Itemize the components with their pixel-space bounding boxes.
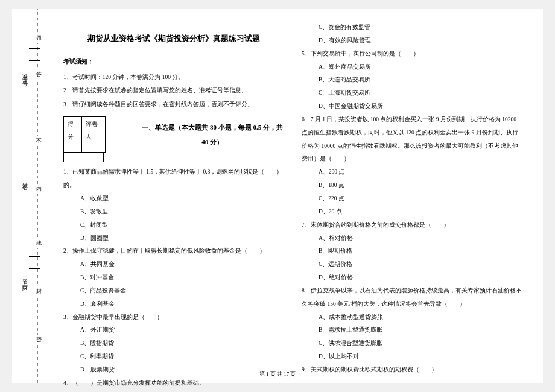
option: B、需求拉上型通货膨胀 — [302, 324, 522, 337]
option: A、郑州商品交易所 — [302, 61, 522, 74]
fill-line — [29, 169, 40, 169]
option: A、相对价格 — [302, 232, 522, 245]
notice-item: 3、请仔细阅读各种题目的回答要求，在密封线内答题，否则不予评分。 — [63, 98, 284, 112]
option: C、供求混合型通货膨胀 — [302, 337, 522, 350]
option: C、220 点 — [302, 192, 522, 206]
seal-char: 封 — [36, 286, 42, 297]
notice-item: 1、考试时间：120 分钟，本卷满分为 100 分。 — [63, 71, 284, 84]
question-stem: 4、（ ）是期货市场充分发挥功能的前提和基础。 — [63, 377, 284, 390]
notice-item: 2、请首先按要求在试卷的指定位置填写您的姓名、准考证号等信息。 — [63, 84, 284, 98]
exam-title: 期货从业资格考试《期货投资分析》真题练习试题 — [63, 30, 284, 48]
option: D、中国金融期货交易所 — [302, 100, 522, 113]
option: A、共同基金 — [63, 258, 284, 271]
score-box: 得分 评卷人 一、单选题（本大题共 80 小题，每题 0.5 分，共 40 分） — [63, 116, 284, 153]
question-stem: 6、7 月 1 日，某投资者以 100 点的权利金买入一张 9 月份到期、执行价… — [302, 113, 522, 166]
fill-line — [29, 48, 40, 49]
question-stem: 3、金融期货中最早出现的是（ ） — [63, 311, 284, 324]
option: D、20 点 — [302, 206, 522, 219]
option: B、对冲基金 — [63, 271, 284, 285]
option: B、大连商品交易所 — [302, 74, 522, 87]
option: B、即期价格 — [302, 245, 522, 258]
section1-title: 一、单选题（本大题共 80 小题，每题 0.5 分，共 40 分） — [141, 120, 284, 149]
option: A、成本推动型通货膨胀 — [302, 311, 522, 324]
option: A、200 点 — [302, 166, 522, 179]
seal-char: 密 — [36, 335, 42, 345]
question-stem: 5、下列交易所中，实行公司制的是（ ） — [302, 48, 522, 61]
option: C、资金的有效监管 — [302, 21, 522, 34]
fill-line — [29, 268, 40, 269]
option: C、利率期货 — [63, 350, 284, 364]
fill-line — [29, 60, 40, 61]
seal-char: 答 — [36, 69, 42, 80]
option: C、远期价格 — [302, 258, 522, 271]
question-stem: 1、已知某商品的需求弹性等于 1.5，其供给弹性等于 0.8，则蛛网的形状是（ … — [63, 166, 284, 192]
seal-char: 题 — [36, 33, 42, 43]
option: D、绝对价格 — [302, 271, 522, 285]
question-stem: 7、宋体期货合约到期价格之前的成交价格都是（ ） — [302, 219, 522, 232]
fill-line — [29, 157, 40, 157]
left-column: 期货从业资格考试《期货投资分析》真题练习试题 考试须知： 1、考试时间：120 … — [54, 21, 293, 377]
option: A、外汇期货 — [63, 324, 284, 337]
binding-sidebar: 题 答 不 内 线 封 密 省（市区） 姓名 准考证号 — [12, 9, 42, 383]
option: C、上海期货交易所 — [302, 87, 522, 100]
reviewer-label: 评卷人 — [81, 116, 106, 153]
content-area: 期货从业资格考试《期货投资分析》真题练习试题 考试须知： 1、考试时间：120 … — [42, 9, 543, 383]
question-stem: 2、操作上保守稳健，目的在于取得长期稳定的低风险收益的基金是（ ） — [63, 245, 284, 258]
question-stem: 8、伊拉克战争以来，以石油为代表的能源价格持续走高，有关专家预计石油价格不久将突… — [302, 285, 522, 311]
option: C、封闭型 — [63, 219, 284, 232]
option: B、发散型 — [63, 206, 284, 219]
option: D、套利基金 — [63, 298, 284, 311]
seal-char: 不 — [36, 136, 42, 146]
page-footer: 第 1 页 共 17 页 — [12, 370, 543, 378]
option: A、收敛型 — [63, 192, 284, 206]
reviewer-blank — [81, 153, 104, 162]
seal-char: 内 — [36, 184, 42, 194]
sidebar-label-admission: 准考证号 — [21, 69, 29, 79]
option: C、商品投资基金 — [63, 285, 284, 298]
option: B、180 点 — [302, 179, 522, 192]
score-label: 得分 — [63, 116, 82, 153]
right-column: C、资金的有效监管 D、有效的风险管理 5、下列交易所中，实行公司制的是（ ） … — [293, 21, 531, 377]
notice-heading: 考试须知： — [63, 55, 284, 68]
option: D、有效的风险管理 — [302, 34, 522, 48]
seal-char: 线 — [36, 238, 42, 248]
option: B、股指期货 — [63, 337, 284, 350]
score-blank — [63, 153, 81, 162]
seal-dotted-line — [37, 9, 38, 383]
sidebar-label-school: 省（市区） — [21, 274, 29, 286]
exam-page: 题 答 不 内 线 封 密 省（市区） 姓名 准考证号 期货从业资格考试《期货投… — [12, 9, 543, 383]
option: D、以上均不对 — [302, 350, 522, 364]
sidebar-label-name: 姓名 — [21, 178, 29, 183]
option: D、圆圈型 — [63, 232, 284, 245]
fill-line — [29, 256, 40, 257]
